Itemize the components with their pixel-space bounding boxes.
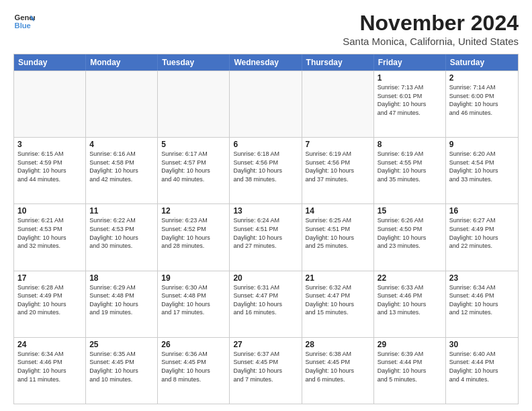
day-info: Sunrise: 6:38 AM Sunset: 4:45 PM Dayligh… <box>306 350 370 383</box>
day-number: 7 <box>306 140 370 149</box>
day-number: 3 <box>17 140 82 149</box>
day-number: 12 <box>161 206 226 216</box>
day-info: Sunrise: 6:19 AM Sunset: 4:55 PM Dayligh… <box>378 150 442 183</box>
svg-text:Blue: Blue <box>15 21 31 30</box>
cal-cell-0-6: 2Sunrise: 7:14 AM Sunset: 6:00 PM Daylig… <box>446 71 518 137</box>
cal-row-1: 3Sunrise: 6:15 AM Sunset: 4:59 PM Daylig… <box>14 137 518 203</box>
day-info: Sunrise: 7:13 AM Sunset: 6:01 PM Dayligh… <box>378 83 442 117</box>
cal-cell-1-4: 7Sunrise: 6:19 AM Sunset: 4:56 PM Daylig… <box>302 138 374 203</box>
day-info: Sunrise: 6:36 AM Sunset: 4:45 PM Dayligh… <box>161 350 226 383</box>
day-info: Sunrise: 6:29 AM Sunset: 4:48 PM Dayligh… <box>89 283 154 317</box>
cal-cell-1-1: 4Sunrise: 6:16 AM Sunset: 4:58 PM Daylig… <box>86 138 158 203</box>
day-number: 19 <box>161 273 226 283</box>
header-wednesday: Wednesday <box>230 54 302 71</box>
day-info: Sunrise: 6:24 AM Sunset: 4:51 PM Dayligh… <box>233 216 298 250</box>
day-number: 17 <box>17 273 82 283</box>
day-number: 16 <box>449 206 515 216</box>
cal-cell-1-3: 6Sunrise: 6:18 AM Sunset: 4:56 PM Daylig… <box>230 138 302 203</box>
cal-cell-4-4: 28Sunrise: 6:38 AM Sunset: 4:45 PM Dayli… <box>302 338 374 404</box>
day-number: 23 <box>449 273 515 283</box>
day-info: Sunrise: 6:26 AM Sunset: 4:50 PM Dayligh… <box>378 216 442 250</box>
day-info: Sunrise: 6:25 AM Sunset: 4:51 PM Dayligh… <box>306 216 370 250</box>
day-info: Sunrise: 6:32 AM Sunset: 4:47 PM Dayligh… <box>306 283 370 317</box>
cal-cell-3-1: 18Sunrise: 6:29 AM Sunset: 4:48 PM Dayli… <box>86 271 158 337</box>
header-monday: Monday <box>86 54 158 71</box>
day-info: Sunrise: 6:40 AM Sunset: 4:44 PM Dayligh… <box>449 350 515 383</box>
cal-cell-0-1 <box>86 71 158 137</box>
cal-cell-2-5: 15Sunrise: 6:26 AM Sunset: 4:50 PM Dayli… <box>374 204 446 270</box>
day-number: 30 <box>449 340 515 349</box>
cal-cell-2-6: 16Sunrise: 6:27 AM Sunset: 4:49 PM Dayli… <box>446 204 518 270</box>
cal-row-2: 10Sunrise: 6:21 AM Sunset: 4:53 PM Dayli… <box>14 203 518 270</box>
cal-cell-1-5: 8Sunrise: 6:19 AM Sunset: 4:55 PM Daylig… <box>374 138 446 203</box>
day-number: 20 <box>233 273 298 283</box>
cal-cell-3-2: 19Sunrise: 6:30 AM Sunset: 4:48 PM Dayli… <box>158 271 230 337</box>
cal-cell-3-3: 20Sunrise: 6:31 AM Sunset: 4:47 PM Dayli… <box>230 271 302 337</box>
cal-cell-0-2 <box>158 71 230 137</box>
day-number: 1 <box>378 73 442 83</box>
day-number: 18 <box>89 273 154 283</box>
page-title: November 2024 <box>343 11 519 36</box>
cal-row-3: 17Sunrise: 6:28 AM Sunset: 4:49 PM Dayli… <box>14 271 518 337</box>
header-saturday: Saturday <box>446 54 518 71</box>
day-number: 25 <box>89 340 154 349</box>
day-number: 13 <box>233 206 298 216</box>
page: General Blue November 2024 Santa Monica,… <box>0 0 532 411</box>
day-info: Sunrise: 6:31 AM Sunset: 4:47 PM Dayligh… <box>233 283 298 317</box>
logo: General Blue <box>13 11 35 32</box>
cal-cell-3-6: 23Sunrise: 6:34 AM Sunset: 4:46 PM Dayli… <box>446 271 518 337</box>
day-info: Sunrise: 6:20 AM Sunset: 4:54 PM Dayligh… <box>449 150 515 183</box>
cal-cell-0-4 <box>302 71 374 137</box>
header: General Blue November 2024 Santa Monica,… <box>13 11 519 47</box>
cal-cell-2-1: 11Sunrise: 6:22 AM Sunset: 4:53 PM Dayli… <box>86 204 158 270</box>
cal-cell-2-0: 10Sunrise: 6:21 AM Sunset: 4:53 PM Dayli… <box>14 204 86 270</box>
cal-cell-4-3: 27Sunrise: 6:37 AM Sunset: 4:45 PM Dayli… <box>230 338 302 404</box>
title-area: November 2024 Santa Monica, California, … <box>343 11 519 47</box>
cal-cell-3-5: 22Sunrise: 6:33 AM Sunset: 4:46 PM Dayli… <box>374 271 446 337</box>
cal-cell-4-6: 30Sunrise: 6:40 AM Sunset: 4:44 PM Dayli… <box>446 338 518 404</box>
day-number: 2 <box>449 73 515 83</box>
cal-cell-4-5: 29Sunrise: 6:39 AM Sunset: 4:44 PM Dayli… <box>374 338 446 404</box>
day-number: 5 <box>161 140 226 149</box>
day-number: 26 <box>161 340 226 349</box>
day-number: 14 <box>306 206 370 216</box>
day-info: Sunrise: 6:16 AM Sunset: 4:58 PM Dayligh… <box>89 150 154 183</box>
day-number: 8 <box>378 140 442 149</box>
cal-cell-1-0: 3Sunrise: 6:15 AM Sunset: 4:59 PM Daylig… <box>14 138 86 203</box>
cal-cell-2-4: 14Sunrise: 6:25 AM Sunset: 4:51 PM Dayli… <box>302 204 374 270</box>
day-info: Sunrise: 6:34 AM Sunset: 4:46 PM Dayligh… <box>449 283 515 317</box>
header-thursday: Thursday <box>302 54 374 71</box>
day-info: Sunrise: 6:22 AM Sunset: 4:53 PM Dayligh… <box>89 216 154 250</box>
cal-cell-3-0: 17Sunrise: 6:28 AM Sunset: 4:49 PM Dayli… <box>14 271 86 337</box>
cal-cell-4-2: 26Sunrise: 6:36 AM Sunset: 4:45 PM Dayli… <box>158 338 230 404</box>
day-number: 9 <box>449 140 515 149</box>
cal-cell-4-1: 25Sunrise: 6:35 AM Sunset: 4:45 PM Dayli… <box>86 338 158 404</box>
day-info: Sunrise: 6:37 AM Sunset: 4:45 PM Dayligh… <box>233 350 298 383</box>
day-info: Sunrise: 6:30 AM Sunset: 4:48 PM Dayligh… <box>161 283 226 317</box>
day-number: 11 <box>89 206 154 216</box>
day-info: Sunrise: 6:34 AM Sunset: 4:46 PM Dayligh… <box>17 350 82 383</box>
day-info: Sunrise: 6:21 AM Sunset: 4:53 PM Dayligh… <box>17 216 82 250</box>
cal-row-0: 1Sunrise: 7:13 AM Sunset: 6:01 PM Daylig… <box>14 71 518 137</box>
day-info: Sunrise: 6:39 AM Sunset: 4:44 PM Dayligh… <box>378 350 442 383</box>
day-number: 10 <box>17 206 82 216</box>
day-info: Sunrise: 6:18 AM Sunset: 4:56 PM Dayligh… <box>233 150 298 183</box>
cal-cell-0-0 <box>14 71 86 137</box>
day-info: Sunrise: 6:15 AM Sunset: 4:59 PM Dayligh… <box>17 150 82 183</box>
header-tuesday: Tuesday <box>158 54 230 71</box>
day-number: 24 <box>17 340 82 349</box>
cal-cell-0-3 <box>230 71 302 137</box>
day-number: 28 <box>306 340 370 349</box>
day-info: Sunrise: 6:33 AM Sunset: 4:46 PM Dayligh… <box>378 283 442 317</box>
day-info: Sunrise: 7:14 AM Sunset: 6:00 PM Dayligh… <box>449 83 515 117</box>
page-subtitle: Santa Monica, California, United States <box>343 36 519 47</box>
day-info: Sunrise: 6:17 AM Sunset: 4:57 PM Dayligh… <box>161 150 226 183</box>
day-info: Sunrise: 6:19 AM Sunset: 4:56 PM Dayligh… <box>306 150 370 183</box>
day-number: 21 <box>306 273 370 283</box>
cal-cell-1-6: 9Sunrise: 6:20 AM Sunset: 4:54 PM Daylig… <box>446 138 518 203</box>
day-info: Sunrise: 6:27 AM Sunset: 4:49 PM Dayligh… <box>449 216 515 250</box>
day-number: 15 <box>378 206 442 216</box>
cal-cell-1-2: 5Sunrise: 6:17 AM Sunset: 4:57 PM Daylig… <box>158 138 230 203</box>
day-info: Sunrise: 6:28 AM Sunset: 4:49 PM Dayligh… <box>17 283 82 317</box>
calendar: Sunday Monday Tuesday Wednesday Thursday… <box>13 54 519 404</box>
